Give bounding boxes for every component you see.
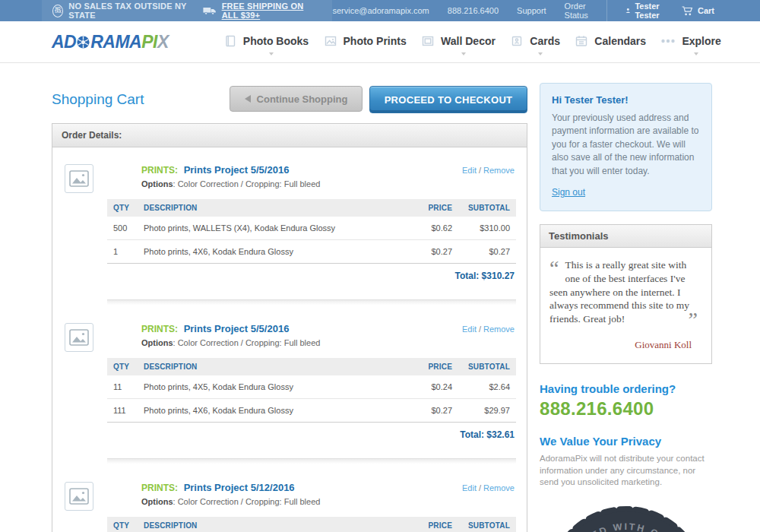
- col-price: PRICE: [405, 363, 452, 371]
- account-user-name: Tester Tester: [635, 2, 663, 20]
- order-items-table: QTY DESCRIPTION PRICE SUBTOTAL 1 Photo p…: [107, 517, 516, 532]
- edit-link[interactable]: Edit: [462, 166, 477, 175]
- group-total: Total: $310.27: [107, 263, 516, 288]
- sign-out-link[interactable]: Sign out: [552, 187, 585, 198]
- welcome-body: Your previously used address and payment…: [552, 112, 700, 178]
- project-thumbnail[interactable]: [65, 164, 93, 193]
- content: Shopping Cart Continue Shopping PROCEED …: [0, 63, 760, 532]
- cell-subtotal: $0.27: [452, 247, 510, 256]
- cart-link[interactable]: Cart: [682, 6, 714, 16]
- cell-description: Photo prints, WALLETS (X4), Kodak Endura…: [144, 223, 405, 233]
- no-tax-promo: NO TAX NO SALES TAX OUTSIDE NY STATE: [52, 2, 189, 20]
- nav-item-cards[interactable]: Cards: [510, 34, 560, 49]
- testimonial-text: This is a really great site with one of …: [549, 259, 689, 325]
- free-shipping-link[interactable]: FREE SHIPPING ON ALL $39+: [222, 2, 322, 20]
- options-value: : Color Correction / Cropping: Full blee…: [173, 179, 321, 188]
- nav-item-calendars[interactable]: Calendars: [575, 34, 646, 49]
- page-title: Shopping Cart: [52, 91, 144, 108]
- cell-qty: 1: [113, 247, 144, 256]
- group-divider: [107, 299, 516, 306]
- help-title: Having trouble ordering?: [540, 382, 712, 395]
- table-header-row: QTY DESCRIPTION PRICE SUBTOTAL: [107, 199, 516, 217]
- project-name-link[interactable]: Prints Project 5/12/2016: [184, 482, 295, 493]
- cell-qty: 11: [113, 382, 144, 391]
- table-row: 11 Photo prints, 4X5, Kodak Endura Gloss…: [107, 375, 516, 399]
- nav-item-explore[interactable]: Explore: [660, 34, 720, 49]
- logo-text: AD: [52, 32, 76, 52]
- group-head: PRINTS: Prints Project 5/5/2016 Options:…: [141, 323, 516, 347]
- edit-link[interactable]: Edit: [462, 483, 477, 492]
- testimonial-quote: “This is a really great site with one of…: [540, 248, 711, 363]
- cart-group: PRINTS: Prints Project 5/12/2016 Options…: [52, 465, 527, 532]
- col-subtotal: SUBTOTAL: [452, 204, 510, 212]
- table-row: 111 Photo prints, 4X6, Kodak Endura Glos…: [107, 399, 516, 423]
- col-price: PRICE: [405, 204, 452, 212]
- continue-shopping-button[interactable]: Continue Shopping: [230, 86, 363, 112]
- head-buttons: Continue Shopping PROCEED TO CHECKOUT: [230, 86, 527, 113]
- aperture-icon: [77, 36, 90, 49]
- testimonial-author: Giovanni Koll: [549, 326, 702, 351]
- remove-link[interactable]: Remove: [483, 325, 515, 334]
- group-links: Edit/Remove: [462, 483, 515, 492]
- cart-group: PRINTS: Prints Project 5/5/2016 Options:…: [52, 147, 527, 306]
- welcome-title: Hi Tester Tester!: [552, 94, 700, 106]
- privacy-title: We Value Your Privacy: [540, 435, 712, 448]
- table-row: 1 Photo prints, 4X6, Kodak Endura Glossy…: [107, 240, 516, 264]
- page: NO TAX NO SALES TAX OUTSIDE NY STATE FRE…: [0, 0, 760, 532]
- primary-nav: Photo Books Photo Prints Wall Decor: [223, 34, 721, 49]
- table-header-row: QTY DESCRIPTION PRICE SUBTOTAL: [107, 517, 516, 532]
- nav-item-photo-prints[interactable]: Photo Prints: [324, 34, 407, 49]
- group-title: PRINTS: Prints Project 5/5/2016: [141, 164, 425, 176]
- order-items-table: QTY DESCRIPTION PRICE SUBTOTAL 500 Photo…: [107, 199, 516, 288]
- photo-placeholder-icon: [69, 329, 89, 346]
- project-thumbnail[interactable]: [65, 323, 93, 352]
- no-tax-icon-text: TAX: [55, 11, 62, 14]
- nav-label: Photo Prints: [344, 35, 407, 47]
- order-status-link[interactable]: Order Status: [565, 2, 589, 20]
- group-options: Options: Color Correction / Cropping: Fu…: [141, 179, 425, 188]
- promo-strip: NO TAX NO SALES TAX OUTSIDE NY STATE FRE…: [42, 0, 332, 21]
- logo-text: RAMA: [90, 32, 141, 52]
- support-link[interactable]: Support: [517, 6, 546, 15]
- remove-link[interactable]: Remove: [483, 166, 515, 175]
- photo-icon: [324, 34, 337, 48]
- nav-label: Explore: [682, 35, 720, 47]
- proceed-to-checkout-button[interactable]: PROCEED TO CHECKOUT: [369, 86, 527, 113]
- nav-item-photo-books[interactable]: Photo Books: [223, 34, 309, 49]
- nav-label: Cards: [530, 35, 560, 47]
- remove-link[interactable]: Remove: [483, 483, 515, 492]
- nav-item-wall-decor[interactable]: Wall Decor: [421, 34, 496, 49]
- support-email-link[interactable]: service@adoramapix.com: [332, 6, 429, 15]
- options-value: : Color Correction / Cropping: Full blee…: [173, 338, 321, 347]
- topbar-right: service@adoramapix.com 888.216.6400 Supp…: [332, 0, 760, 21]
- edit-link[interactable]: Edit: [462, 325, 477, 334]
- account-menu[interactable]: Tester Tester: [625, 2, 663, 20]
- cell-price: $0.27: [405, 247, 452, 256]
- logo-text: PI: [141, 32, 157, 52]
- testimonials-box: Testimonials “This is a really great sit…: [540, 224, 712, 364]
- adoramapix-logo[interactable]: AD RAMA PI X: [52, 32, 169, 52]
- product-type-label: PRINTS:: [141, 483, 178, 493]
- project-name-link[interactable]: Prints Project 5/5/2016: [184, 323, 290, 334]
- no-tax-icon: NO TAX: [52, 5, 63, 17]
- frame-icon: [421, 34, 435, 48]
- cell-description: Photo prints, 4X5, Kodak Endura Glossy: [144, 382, 405, 391]
- sidebar: Hi Tester Tester! Your previously used a…: [540, 83, 712, 532]
- project-thumbnail[interactable]: [65, 482, 93, 511]
- topbar-divider: [606, 0, 607, 21]
- nav-label: Calendars: [594, 35, 646, 47]
- col-qty: QTY: [113, 521, 144, 530]
- col-subtotal: SUBTOTAL: [452, 363, 510, 371]
- cell-description: Photo prints, 4X6, Kodak Endura Glossy: [144, 247, 405, 256]
- main-navbar: AD RAMA PI X: [0, 21, 760, 63]
- table-header-row: QTY DESCRIPTION PRICE SUBTOTAL: [107, 358, 516, 375]
- link-separator: /: [479, 325, 481, 334]
- photo-placeholder-icon: [69, 170, 89, 187]
- project-name-link[interactable]: Prints Project 5/5/2016: [184, 164, 290, 176]
- book-icon: [223, 34, 237, 48]
- cell-qty: 111: [113, 406, 144, 415]
- open-quote-icon: “: [549, 261, 559, 276]
- group-options: Options: Color Correction / Cropping: Fu…: [141, 497, 425, 506]
- calendar-icon: [575, 34, 588, 48]
- page-head: Shopping Cart Continue Shopping PROCEED …: [52, 86, 527, 113]
